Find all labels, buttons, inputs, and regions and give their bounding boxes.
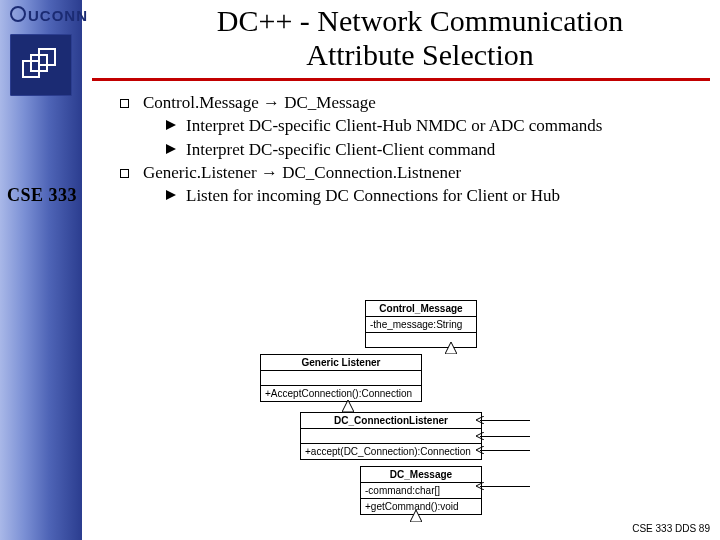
sub-bullet: Listen for incoming DC Connections for C…: [166, 185, 690, 206]
inheritance-arrow-icon: [342, 400, 354, 412]
uml-class-name: DC_ConnectionListener: [301, 413, 481, 429]
svg-marker-4: [166, 144, 176, 154]
arrowhead-icon: [476, 446, 484, 454]
dept-logo: [10, 34, 72, 96]
bullet-label: Generic.Listener → DC_Connection.Listnen…: [143, 162, 461, 183]
uml-class-dc-message: DC_Message -command:char[] +getCommand()…: [360, 466, 482, 515]
uml-class-name: Control_Message: [366, 301, 476, 317]
svg-marker-5: [166, 190, 176, 200]
svg-marker-6: [445, 342, 457, 354]
title-underline: [92, 78, 710, 81]
arrowhead-icon: [476, 416, 484, 424]
oakleaf-icon: [10, 6, 26, 22]
uml-class-dc-connection-listener: DC_ConnectionListener +accept(DC_Connect…: [300, 412, 482, 460]
sub-bullet: Interpret DC-specific Client-Client comm…: [166, 139, 690, 160]
svg-marker-3: [166, 120, 176, 130]
uml-connector: [480, 420, 530, 421]
square-bullet-icon: [120, 99, 129, 108]
arrowhead-icon: [476, 432, 484, 440]
uml-class-generic-listener: Generic Listener +AcceptConnection():Con…: [260, 354, 422, 402]
svg-marker-7: [342, 400, 354, 412]
uml-class-ops: [366, 333, 476, 347]
uml-class-attr: -the_message:String: [366, 317, 476, 333]
title-line-2: Attribute Selection: [140, 38, 700, 72]
triangle-bullet-icon: [166, 120, 176, 130]
svg-marker-8: [410, 510, 422, 522]
uml-class-attr: -command:char[]: [361, 483, 481, 499]
bullet-label: Control.Message → DC_Message: [143, 92, 376, 113]
uml-connector: [480, 436, 530, 437]
triangle-bullet-icon: [166, 190, 176, 200]
inheritance-arrow-icon: [410, 510, 422, 522]
course-code: CSE 333: [2, 185, 82, 206]
uml-class-ops: +AcceptConnection():Connection: [261, 386, 421, 401]
uml-class-attr: [261, 371, 421, 386]
arrowhead-icon: [476, 482, 484, 490]
bullet-item: Generic.Listener → DC_Connection.Listnen…: [120, 162, 690, 183]
sub-bullet-label: Interpret DC-specific Client-Hub NMDC or…: [186, 115, 602, 136]
sub-bullet-label: Listen for incoming DC Connections for C…: [186, 185, 560, 206]
uml-class-name: DC_Message: [361, 467, 481, 483]
triangle-bullet-icon: [166, 144, 176, 154]
slide-footer: CSE 333 DDS 89: [632, 523, 710, 534]
windows-icon: [19, 43, 63, 87]
uml-connector: [480, 450, 530, 451]
uml-class-attr: [301, 429, 481, 444]
title-line-1: DC++ - Network Communication: [140, 4, 700, 38]
uml-class-ops: +accept(DC_Connection):Connection: [301, 444, 481, 459]
brand-logo: UCONN: [10, 6, 88, 24]
uml-class-name: Generic Listener: [261, 355, 421, 371]
inheritance-arrow-icon: [445, 342, 457, 354]
sub-bullet: Interpret DC-specific Client-Hub NMDC or…: [166, 115, 690, 136]
sub-bullet-label: Interpret DC-specific Client-Client comm…: [186, 139, 495, 160]
uml-diagram: Control_Message -the_message:String Gene…: [230, 300, 570, 520]
uml-class-control-message: Control_Message -the_message:String: [365, 300, 477, 348]
uml-connector: [480, 486, 530, 487]
square-bullet-icon: [120, 169, 129, 178]
bullet-item: Control.Message → DC_Message: [120, 92, 690, 113]
brand-text: UCONN: [28, 7, 88, 24]
slide-title: DC++ - Network Communication Attribute S…: [140, 4, 700, 72]
slide-body: Control.Message → DC_Message Interpret D…: [120, 92, 690, 208]
